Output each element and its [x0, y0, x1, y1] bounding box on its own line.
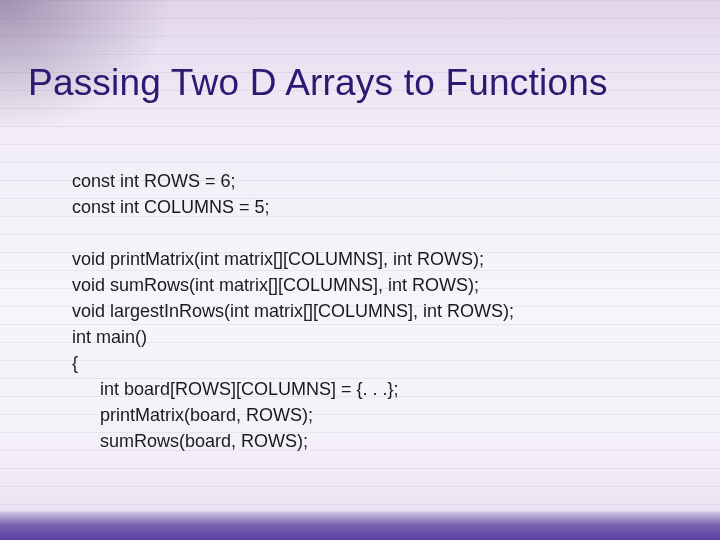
code-line: int main() [72, 324, 680, 350]
code-block: const int ROWS = 6; const int COLUMNS = … [72, 168, 680, 454]
footer-bar [0, 512, 720, 540]
code-line: { [72, 350, 680, 376]
code-line: sumRows(board, ROWS); [72, 428, 680, 454]
code-line: const int ROWS = 6; [72, 168, 680, 194]
code-line: int board[ROWS][COLUMNS] = {. . .}; [72, 376, 680, 402]
code-line: void printMatrix(int matrix[][COLUMNS], … [72, 246, 680, 272]
code-line: const int COLUMNS = 5; [72, 194, 680, 220]
blank-line [72, 220, 680, 246]
slide-title: Passing Two D Arrays to Functions [28, 62, 700, 104]
code-line: printMatrix(board, ROWS); [72, 402, 680, 428]
code-line: void sumRows(int matrix[][COLUMNS], int … [72, 272, 680, 298]
code-line: void largestInRows(int matrix[][COLUMNS]… [72, 298, 680, 324]
